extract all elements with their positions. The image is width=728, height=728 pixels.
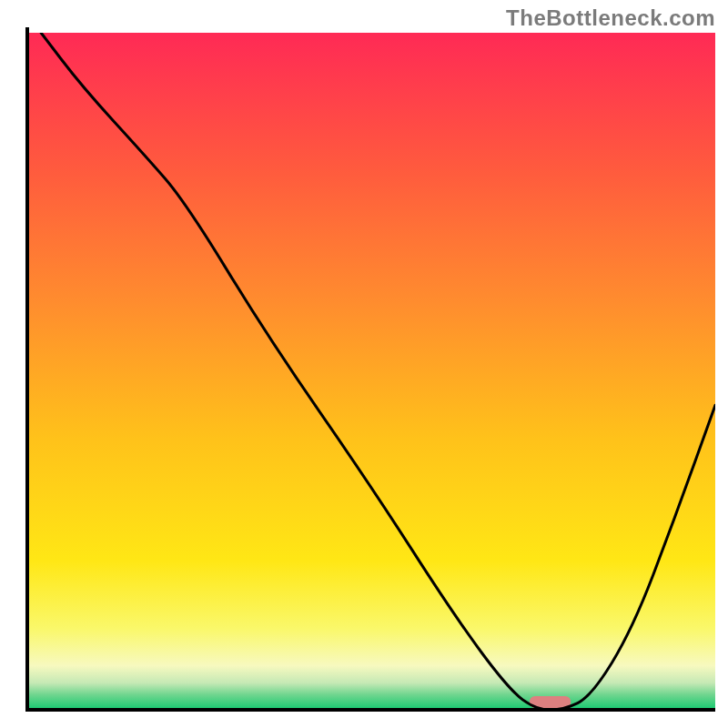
bottleneck-chart <box>0 0 728 728</box>
gradient-background <box>27 33 715 710</box>
chart-container: TheBottleneck.com <box>0 0 728 728</box>
